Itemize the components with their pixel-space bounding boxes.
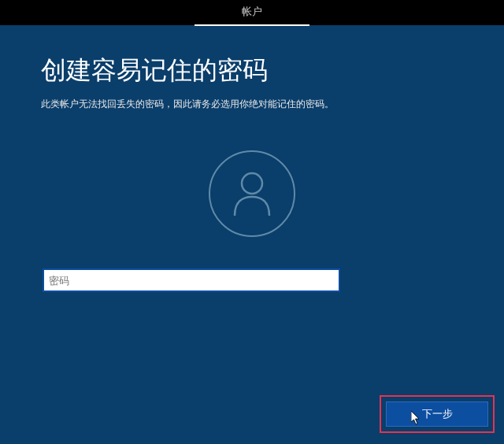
next-button-highlight: 下一步: [380, 395, 495, 433]
tab-account[interactable]: 帐户: [195, 0, 309, 26]
page-title: 创建容易记住的密码: [41, 54, 463, 88]
cursor-icon: [411, 411, 422, 425]
page-subtitle: 此类帐户无法找回丢失的密码，因此请务必选用你绝对能记住的密码。: [41, 98, 463, 111]
avatar-container: [41, 150, 463, 237]
password-input[interactable]: [43, 268, 340, 292]
next-button[interactable]: 下一步: [386, 401, 488, 427]
content-area: 创建容易记住的密码 此类帐户无法找回丢失的密码，因此请务必选用你绝对能记住的密码…: [0, 25, 504, 292]
header-bar: 帐户: [0, 0, 504, 25]
svg-point-0: [242, 173, 262, 194]
next-button-label: 下一步: [422, 407, 453, 421]
user-icon: [209, 150, 295, 237]
